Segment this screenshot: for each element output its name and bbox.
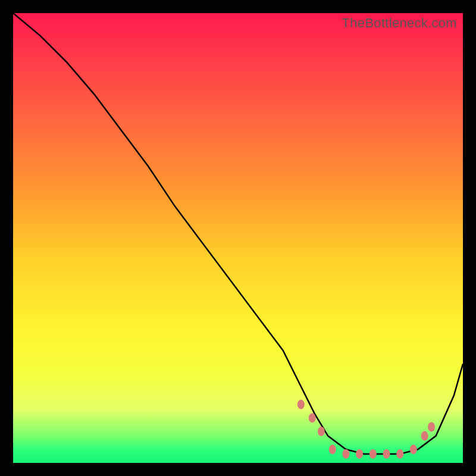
curve-marker <box>369 449 377 459</box>
chart-frame: TheBottleneck.com <box>0 0 476 476</box>
curve-marker <box>298 400 305 409</box>
curve-marker <box>396 449 403 459</box>
plot-area: TheBottleneck.com <box>13 13 463 463</box>
curve-marker <box>309 413 316 422</box>
curve-marker <box>428 422 435 432</box>
curve-marker <box>329 444 336 454</box>
curve-marker <box>356 449 363 459</box>
curve-marker <box>410 444 417 454</box>
curve-marker <box>383 449 390 459</box>
curve-path <box>13 13 463 454</box>
bottleneck-curve <box>13 13 463 463</box>
curve-marker <box>342 449 349 459</box>
curve-markers <box>298 400 435 459</box>
curve-marker <box>421 431 428 441</box>
curve-marker <box>318 427 325 436</box>
